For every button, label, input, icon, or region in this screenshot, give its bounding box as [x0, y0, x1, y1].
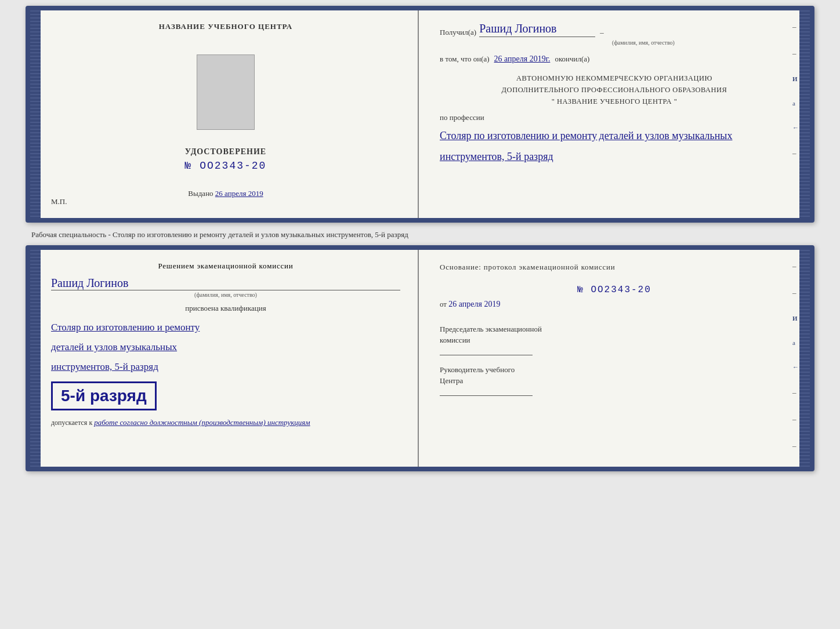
mark-dash2b: –	[792, 288, 799, 297]
date-prefix: от	[440, 300, 447, 308]
basis-text: Основание: протокол экаменационной комис…	[440, 261, 789, 273]
qual-line1: Столяр по изготовлению и ремонту	[51, 318, 400, 337]
mark-i: И	[792, 75, 799, 82]
org-block: АВТОНОМНУЮ НЕКОММЕРЧЕСКУЮ ОРГАНИЗАЦИЮ ДО…	[440, 72, 789, 107]
recipient-name: Рашид Логинов	[479, 22, 595, 37]
date-prefix: в том, что он(а)	[440, 54, 490, 64]
received-label: Получил(а)	[440, 28, 476, 37]
photo-placeholder	[197, 54, 255, 130]
admitted-prefix: допускается к	[51, 419, 92, 427]
commission-text: Решением экаменационной комиссии	[51, 261, 400, 271]
issued-line: Выдано 26 апреля 2019	[188, 189, 263, 198]
mp-label: М.П.	[51, 197, 67, 206]
cert-title: УДОСТОВЕРЕНИЕ	[185, 147, 266, 157]
profession-line3: инструментов, 5-й разряд	[440, 151, 553, 162]
top-left-panel: НАЗВАНИЕ УЧЕБНОГО ЦЕНТРА УДОСТОВЕРЕНИЕ №…	[30, 10, 419, 218]
director-line2: Центра	[440, 375, 789, 387]
dash: –	[600, 28, 604, 37]
issued-date: 26 апреля 2019	[215, 189, 263, 198]
org-line1: АВТОНОМНУЮ НЕКОММЕРЧЕСКУЮ ОРГАНИЗАЦИЮ	[440, 72, 789, 84]
chairman-line1: Председатель экзаменационной	[440, 323, 789, 335]
mark-ib: И	[792, 315, 799, 322]
mark-dash1b: –	[792, 261, 799, 271]
admitted-text: работе согласно должностным (производств…	[94, 418, 310, 427]
chairman-line2: комиссии	[440, 335, 789, 346]
bottom-document: Решением экаменационной комиссии Рашид Л…	[26, 245, 814, 471]
qual-line2: деталей и узлов музыкальных	[51, 337, 400, 357]
rank-badge: 5-й разряд	[51, 381, 157, 410]
mark-dash3: –	[792, 148, 799, 158]
top-document: НАЗВАНИЕ УЧЕБНОГО ЦЕНТРА УДОСТОВЕРЕНИЕ №…	[26, 6, 814, 223]
date-suffix: окончил(а)	[555, 54, 589, 64]
mark-dash5b: –	[792, 441, 799, 450]
director-title: Руководитель учебного Центра	[440, 364, 789, 387]
profession-text: Столяр по изготовлению и ремонту деталей…	[440, 125, 789, 167]
mark-dash1: –	[792, 22, 799, 31]
profession-line2: деталей и узлов музыкальных	[599, 130, 733, 141]
chairman-title: Председатель экзаменационной комиссии	[440, 323, 789, 346]
qual-line3: инструментов, 5-й разряд	[51, 357, 400, 377]
right-edge-marks: – – И а ← –	[792, 22, 799, 158]
profession-label: по профессии	[440, 113, 789, 122]
recipient-line: Получил(а) Рашид Логинов –	[440, 22, 789, 37]
recipient-sublabel: (фамилия, имя, отчество)	[440, 39, 789, 46]
protocol-date-value: 26 апреля 2019	[448, 300, 500, 308]
assigned-text: присвоена квалификация	[51, 304, 400, 313]
issued-label: Выдано	[188, 189, 213, 198]
bottom-left-panel: Решением экаменационной комиссии Рашид Л…	[30, 250, 419, 467]
admitted-line: допускается к работе согласно должностны…	[51, 418, 400, 427]
chairman-signature	[440, 355, 533, 355]
mark-dash4b: –	[792, 415, 799, 424]
person-name: Рашид Логинов	[51, 277, 400, 290]
director-signature	[440, 395, 533, 396]
mark-arrow: ←	[792, 124, 799, 131]
protocol-number: № OO2343-20	[440, 285, 789, 295]
date-value: 26 апреля 2019г.	[494, 54, 551, 64]
mark-arrowb: ←	[792, 363, 799, 370]
bottom-right-panel: Основание: протокол экаменационной комис…	[419, 250, 810, 467]
mark-a: а	[792, 100, 799, 107]
top-right-panel: Получил(а) Рашид Логинов – (фамилия, имя…	[419, 10, 810, 218]
protocol-date: от 26 апреля 2019	[440, 300, 789, 309]
profession-line1: Столяр по изготовлению и ремонту	[440, 130, 597, 141]
qualification-text: Столяр по изготовлению и ремонту деталей…	[51, 318, 400, 377]
org-name-top: НАЗВАНИЕ УЧЕБНОГО ЦЕНТРА	[159, 22, 293, 31]
cert-number: № OO2343-20	[185, 160, 267, 172]
bottom-right-edge-marks: – – И а ← – – –	[792, 261, 799, 450]
mark-dash2: –	[792, 49, 799, 58]
mark-dash3b: –	[792, 388, 799, 397]
director-line1: Руководитель учебного	[440, 364, 789, 376]
org-line3: " НАЗВАНИЕ УЧЕБНОГО ЦЕНТРА "	[440, 96, 789, 107]
person-sublabel: (фамилия, имя, отчество)	[51, 292, 400, 298]
mark-ab: а	[792, 339, 799, 346]
org-line2: ДОПОЛНИТЕЛЬНОГО ПРОФЕССИОНАЛЬНОГО ОБРАЗО…	[440, 84, 789, 96]
specialty-label: Рабочая специальность - Столяр по изгото…	[26, 227, 814, 242]
date-line: в том, что он(а) 26 апреля 2019г. окончи…	[440, 54, 789, 64]
